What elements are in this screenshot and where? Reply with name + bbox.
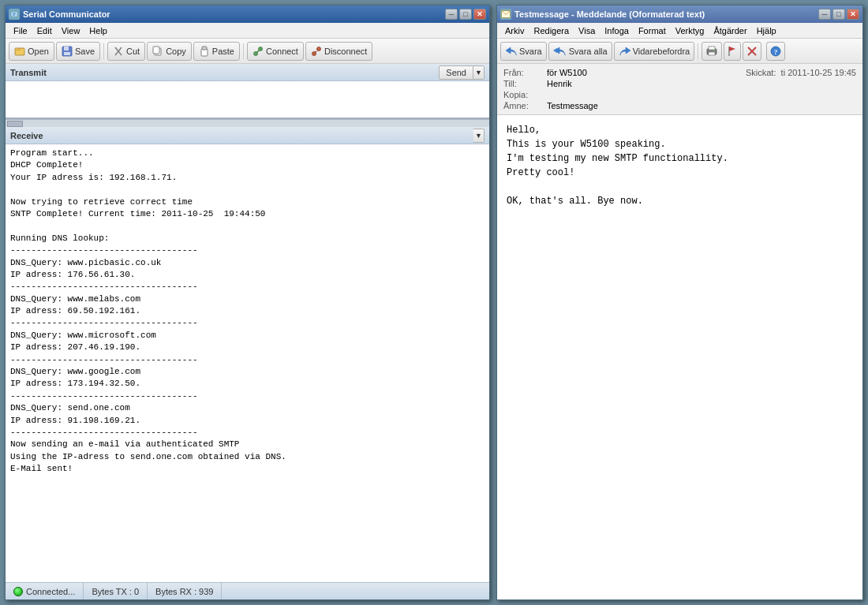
- save-button[interactable]: Save: [56, 42, 100, 61]
- serial-status-bar: Connected... Bytes TX : 0 Bytes RX : 939: [6, 582, 489, 599]
- menu-redigera[interactable]: Redigera: [529, 24, 574, 37]
- title-bar-controls: ─ □ ✕: [445, 9, 486, 20]
- vidarebefordra-button[interactable]: Vidarebefordra: [614, 42, 695, 61]
- serial-toolbar: Open Save Cut Copy: [6, 39, 489, 64]
- svg-line-18: [315, 50, 317, 52]
- email-title-bar-controls: ─ □ ✕: [818, 9, 859, 20]
- svg-rect-23: [713, 50, 715, 51]
- transmit-input[interactable]: [9, 84, 486, 114]
- help-icon: ?: [770, 46, 781, 57]
- flag-icon: [728, 46, 737, 57]
- subject-value: Testmessage: [547, 101, 598, 110]
- disconnect-icon: [311, 46, 322, 57]
- svg-rect-0: [11, 12, 17, 17]
- minimize-button[interactable]: ─: [445, 9, 458, 20]
- close-button[interactable]: ✕: [473, 9, 486, 20]
- paste-icon: [199, 46, 210, 57]
- flag-button[interactable]: [724, 42, 741, 61]
- serial-communicator-window: Serial Communicator ─ □ ✕ File Edit View…: [5, 5, 490, 600]
- cc-label: Kopia:: [503, 90, 547, 99]
- paste-button[interactable]: Paste: [193, 42, 240, 61]
- serial-title-bar: Serial Communicator ─ □ ✕: [6, 6, 489, 23]
- email-app-icon: [500, 9, 511, 20]
- svara-alla-button[interactable]: Svara alla: [548, 42, 612, 61]
- svg-rect-5: [64, 47, 69, 50]
- status-led: [13, 587, 23, 596]
- email-body[interactable]: Hello, This is your W5100 speaking. I'm …: [497, 115, 862, 599]
- send-dropdown[interactable]: ▼: [473, 65, 485, 80]
- toolbar-separator-1: [103, 43, 104, 59]
- menu-view[interactable]: View: [57, 24, 85, 37]
- receive-label: Receive: [10, 131, 43, 140]
- send-btn-group: Send ▼: [439, 65, 485, 80]
- email-minimize-button[interactable]: ─: [818, 9, 831, 20]
- serial-menu-bar: File Edit View Help: [6, 23, 489, 39]
- menu-file[interactable]: File: [9, 24, 32, 37]
- receive-content[interactable]: Program start... DHCP Complete! Your IP …: [6, 144, 489, 582]
- delete-button[interactable]: [743, 42, 761, 61]
- from-row: Från: för W5100 Skickat: ti 2011-10-25 1…: [503, 67, 856, 78]
- svg-line-15: [256, 50, 259, 52]
- email-header-section: Från: för W5100 Skickat: ti 2011-10-25 1…: [497, 64, 862, 115]
- email-close-button[interactable]: ✕: [847, 9, 859, 20]
- connect-button[interactable]: Connect: [247, 42, 304, 61]
- copy-button[interactable]: Copy: [147, 42, 192, 61]
- menu-hjalp[interactable]: Hjälp: [752, 24, 781, 37]
- help-button[interactable]: ?: [766, 42, 785, 61]
- bytes-tx-status: Bytes TX : 0: [84, 583, 148, 599]
- menu-visa[interactable]: Visa: [574, 24, 600, 37]
- connect-icon: [253, 46, 264, 57]
- to-value: Henrik: [547, 79, 572, 88]
- email-toolbar-sep1: [698, 43, 698, 59]
- reply-all-icon: [553, 46, 567, 57]
- transmit-hscroll[interactable]: [6, 119, 489, 127]
- to-label: Till:: [503, 79, 547, 88]
- forward-icon: [619, 46, 631, 57]
- app-icon: [9, 9, 20, 20]
- toolbar-separator-2: [243, 43, 244, 59]
- menu-atgarder[interactable]: Åtgärder: [709, 24, 751, 37]
- send-button[interactable]: Send: [439, 65, 473, 80]
- open-button[interactable]: Open: [9, 42, 54, 61]
- receive-header: Receive ▼: [6, 127, 489, 144]
- connection-status: Connected...: [6, 583, 84, 599]
- delete-icon: [746, 46, 758, 57]
- email-window: Testmessage - Meddelande (Oformaterad te…: [496, 5, 863, 600]
- svara-button[interactable]: Svara: [500, 42, 547, 61]
- email-menu-bar: Arkiv Redigera Visa Infoga Format Verkty…: [497, 23, 862, 39]
- copy-icon: [152, 46, 163, 57]
- menu-format[interactable]: Format: [634, 24, 671, 37]
- email-title-text: Testmessage - Meddelande (Oformaterad te…: [514, 9, 705, 19]
- save-icon: [62, 46, 73, 57]
- menu-help[interactable]: Help: [84, 24, 112, 37]
- menu-arkiv[interactable]: Arkiv: [500, 24, 529, 37]
- cut-icon: [113, 46, 124, 57]
- from-value: för W5100: [547, 68, 587, 77]
- email-title-bar: Testmessage - Meddelande (Oformaterad te…: [497, 6, 862, 23]
- hscroll-thumb[interactable]: [7, 121, 23, 127]
- email-title-bar-left: Testmessage - Meddelande (Oformaterad te…: [500, 9, 705, 20]
- menu-edit[interactable]: Edit: [32, 24, 57, 37]
- cut-button[interactable]: Cut: [107, 42, 145, 61]
- reply-icon: [505, 46, 518, 57]
- email-maximize-button[interactable]: □: [832, 9, 845, 20]
- svg-rect-21: [709, 47, 715, 50]
- print-button[interactable]: [702, 42, 722, 61]
- menu-verktyg[interactable]: Verktyg: [671, 24, 709, 37]
- receive-dropdown[interactable]: ▼: [473, 129, 485, 143]
- to-row: Till: Henrik: [503, 78, 856, 89]
- maximize-button[interactable]: □: [459, 9, 472, 20]
- print-icon: [705, 46, 718, 57]
- transmit-area: [6, 81, 489, 119]
- svg-rect-22: [709, 52, 715, 55]
- svg-text:?: ?: [774, 47, 778, 55]
- disconnect-button[interactable]: Disconnect: [305, 42, 372, 61]
- email-body-text: Hello, This is your W5100 speaking. I'm …: [507, 123, 853, 208]
- transmit-header: Transmit Send ▼: [6, 64, 489, 81]
- open-icon: [14, 46, 25, 57]
- menu-infoga[interactable]: Infoga: [600, 24, 634, 37]
- sent-label: Skickat: ti 2011-10-25 19:45: [746, 68, 856, 77]
- title-bar-left: Serial Communicator: [9, 9, 110, 20]
- svg-rect-6: [64, 52, 70, 55]
- serial-title-text: Serial Communicator: [23, 9, 110, 19]
